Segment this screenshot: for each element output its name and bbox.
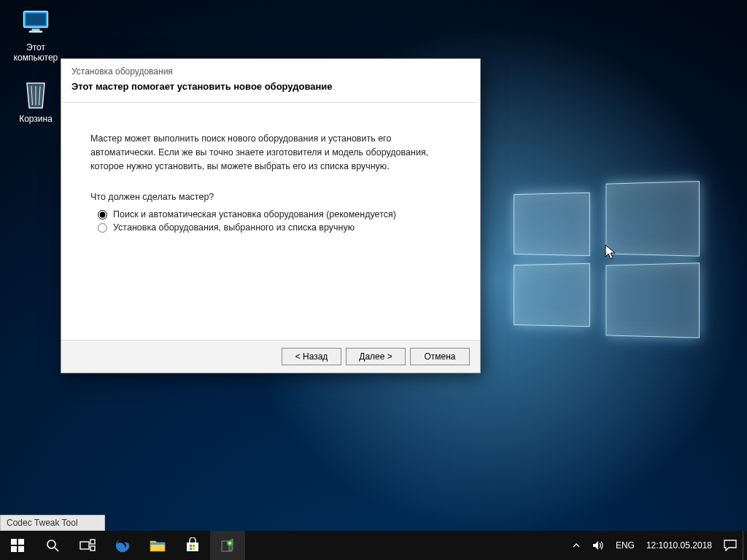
wizard-title: Установка оборудования	[61, 59, 480, 78]
edge-icon	[115, 537, 131, 553]
desktop-icon-this-pc[interactable]: Этот компьютер	[7, 7, 64, 63]
radio-manual[interactable]	[98, 223, 107, 233]
speaker-icon	[592, 540, 604, 551]
wizard-question: Что должен сделать мастер?	[90, 192, 451, 202]
wizard-heading: Этот мастер помогает установить новое об…	[61, 78, 480, 102]
store-icon	[185, 537, 201, 553]
svg-rect-8	[18, 539, 24, 545]
notification-icon	[724, 540, 737, 551]
wizard-body: Мастер может выполнить поиск нового обор…	[61, 103, 480, 340]
svg-rect-7	[11, 539, 17, 545]
wizard-footer: < Назад Далее > Отмена	[61, 340, 480, 373]
option-manual-label: Установка оборудования, выбранного из сп…	[113, 222, 355, 233]
desktop-icon-label: Корзина	[19, 114, 53, 124]
tray-chevron[interactable]	[566, 531, 587, 560]
taskbar-app-store[interactable]	[175, 531, 210, 560]
svg-rect-1	[26, 13, 46, 26]
task-view-button[interactable]	[70, 531, 105, 560]
option-auto[interactable]: Поиск и автоматическая установка оборудо…	[98, 209, 451, 219]
tray-language[interactable]: ENG	[610, 531, 640, 560]
option-manual[interactable]: Установка оборудования, выбранного из сп…	[98, 222, 451, 233]
svg-rect-20	[193, 548, 195, 550]
desktop-icon-recycle-bin[interactable]: Корзина	[7, 79, 64, 124]
start-button[interactable]	[0, 531, 35, 560]
next-button[interactable]: Далее >	[346, 348, 406, 365]
svg-rect-3	[29, 31, 42, 33]
taskbar-app-hardware-wizard[interactable]	[210, 531, 245, 560]
task-view-icon	[80, 539, 96, 552]
chevron-up-icon	[572, 541, 581, 550]
radio-auto[interactable]	[98, 210, 107, 219]
svg-line-12	[55, 548, 58, 551]
codec-tweak-tool-tooltip: Codec Tweak Tool	[0, 515, 105, 531]
tray-volume[interactable]	[587, 531, 610, 560]
system-tray: ENG 12:10 10.05.2018	[566, 531, 747, 560]
svg-rect-13	[80, 542, 89, 549]
clock-time: 12:10	[646, 540, 668, 551]
folder-icon	[150, 538, 166, 553]
taskbar-app-explorer[interactable]	[140, 531, 175, 560]
trash-icon	[20, 79, 52, 111]
windows-logo-icon	[11, 539, 24, 552]
action-center-button[interactable]	[718, 531, 743, 560]
svg-rect-2	[32, 28, 40, 31]
svg-rect-15	[90, 546, 95, 551]
clock-date: 10.05.2018	[668, 540, 712, 551]
svg-rect-18	[193, 545, 195, 547]
desktop: Этот компьютер Корзина Установка оборудо…	[0, 0, 747, 560]
svg-rect-9	[11, 546, 17, 552]
show-desktop-button[interactable]	[743, 531, 747, 560]
monitor-icon	[20, 7, 52, 39]
svg-point-11	[47, 540, 55, 548]
svg-rect-16	[150, 542, 165, 545]
wallpaper-windows-logo	[511, 182, 700, 335]
taskbar-app-edge[interactable]	[105, 531, 140, 560]
option-auto-label: Поиск и автоматическая установка оборудо…	[113, 209, 396, 219]
taskbar: ENG 12:10 10.05.2018	[0, 531, 747, 560]
desktop-icon-label: Этот компьютер	[14, 42, 58, 63]
search-button[interactable]	[35, 531, 70, 560]
svg-rect-19	[190, 548, 192, 550]
back-button[interactable]: < Назад	[282, 348, 341, 365]
tray-clock[interactable]: 12:10 10.05.2018	[640, 531, 718, 560]
cancel-button[interactable]: Отмена	[410, 348, 470, 365]
wizard-description: Мастер может выполнить поиск нового обор…	[90, 132, 451, 173]
svg-rect-17	[190, 545, 192, 547]
svg-rect-10	[18, 546, 24, 552]
svg-rect-14	[90, 540, 95, 544]
add-hardware-wizard: Установка оборудования Этот мастер помог…	[61, 58, 481, 373]
mouse-cursor-icon	[605, 244, 616, 260]
hardware-box-icon	[220, 537, 236, 553]
search-icon	[45, 538, 60, 553]
